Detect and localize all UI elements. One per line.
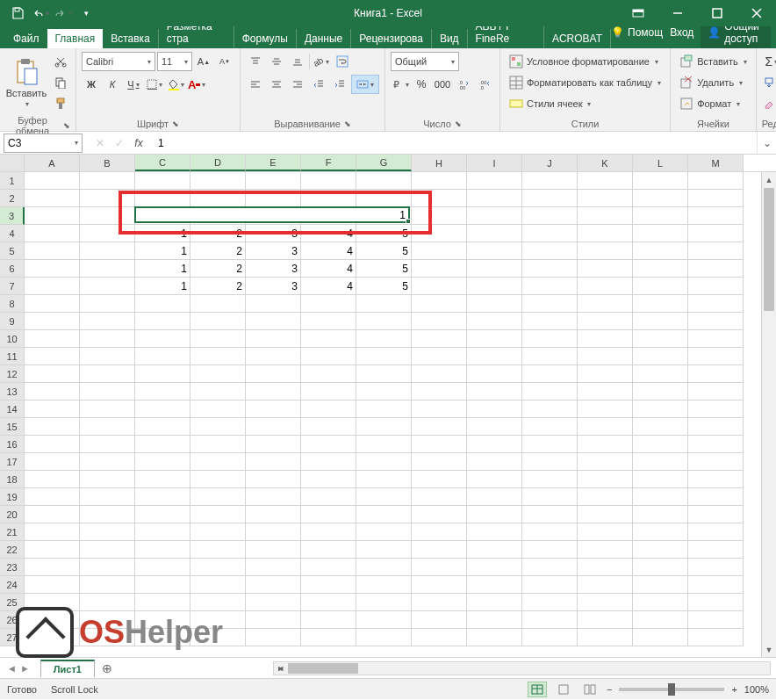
cell[interactable] — [412, 278, 467, 295]
row-header-2[interactable]: 2 — [0, 190, 25, 207]
cell[interactable] — [578, 471, 633, 488]
cell[interactable] — [633, 295, 688, 313]
cell[interactable] — [522, 365, 578, 383]
cell[interactable] — [688, 611, 744, 629]
cell[interactable] — [412, 172, 467, 190]
tell-me-search[interactable]: 💡Помощ — [611, 26, 663, 39]
cell[interactable] — [467, 436, 522, 453]
align-bottom-button[interactable] — [288, 52, 307, 71]
cell[interactable] — [190, 330, 246, 348]
increase-font-button[interactable]: A▲ — [194, 52, 213, 71]
scroll-down-button[interactable]: ▼ — [762, 642, 776, 657]
cell[interactable] — [522, 225, 578, 242]
borders-button[interactable]: ▾ — [145, 75, 164, 94]
cell-value[interactable]: 1 — [135, 242, 190, 260]
cell[interactable] — [467, 190, 522, 207]
row-header-19[interactable]: 19 — [0, 488, 25, 506]
cell[interactable] — [25, 471, 80, 488]
cell[interactable] — [301, 541, 356, 559]
underline-button[interactable]: Ч▾ — [124, 75, 143, 94]
autosum-button[interactable]: Σ▾ — [762, 52, 776, 71]
cell[interactable] — [633, 260, 688, 278]
cell[interactable] — [578, 313, 633, 330]
cell[interactable] — [135, 488, 190, 506]
cell[interactable] — [190, 295, 246, 313]
cell[interactable] — [633, 436, 688, 453]
column-header-C[interactable]: C — [135, 155, 190, 171]
cell[interactable] — [246, 488, 301, 506]
sheet-nav-next[interactable]: ► — [20, 663, 30, 674]
cell[interactable] — [301, 488, 356, 506]
row-header-6[interactable]: 6 — [0, 260, 25, 278]
cell[interactable] — [412, 559, 467, 576]
paste-button[interactable]: Вставить▾ — [5, 52, 47, 113]
cell[interactable] — [578, 541, 633, 559]
cell[interactable] — [522, 471, 578, 488]
cell[interactable] — [246, 471, 301, 488]
cell[interactable] — [578, 383, 633, 401]
cell[interactable] — [578, 401, 633, 418]
cell[interactable] — [522, 436, 578, 453]
zoom-out-button[interactable]: − — [607, 684, 612, 695]
cell[interactable] — [190, 453, 246, 471]
cell[interactable] — [135, 453, 190, 471]
cell[interactable] — [688, 488, 744, 506]
cell[interactable] — [135, 471, 190, 488]
cell[interactable] — [356, 559, 412, 576]
cell[interactable] — [522, 418, 578, 436]
cell[interactable] — [688, 190, 744, 207]
cell[interactable] — [578, 242, 633, 260]
cell[interactable] — [467, 576, 522, 594]
cell[interactable] — [356, 190, 412, 207]
cell[interactable] — [467, 207, 522, 225]
cell[interactable] — [356, 313, 412, 330]
wrap-text-button[interactable] — [333, 52, 352, 71]
cell[interactable] — [25, 207, 80, 225]
cell[interactable] — [246, 594, 301, 611]
scroll-up-button[interactable]: ▲ — [762, 172, 776, 187]
cell[interactable] — [190, 559, 246, 576]
cell[interactable] — [246, 365, 301, 383]
comma-button[interactable]: 000 — [433, 75, 452, 94]
cell[interactable] — [356, 488, 412, 506]
cell[interactable] — [246, 436, 301, 453]
cell[interactable] — [80, 418, 135, 436]
cell[interactable] — [522, 260, 578, 278]
clipboard-dialog-launcher[interactable]: ⬊ — [63, 121, 70, 130]
cell-value[interactable]: 5 — [356, 260, 412, 278]
cell[interactable] — [522, 629, 578, 646]
cell[interactable] — [578, 436, 633, 453]
cell[interactable] — [522, 348, 578, 365]
cell[interactable] — [688, 295, 744, 313]
row-header-22[interactable]: 22 — [0, 541, 25, 559]
cell[interactable] — [135, 365, 190, 383]
row-header-11[interactable]: 11 — [0, 348, 25, 365]
fill-color-button[interactable]: ▾ — [166, 75, 185, 94]
cell[interactable] — [633, 523, 688, 541]
cell[interactable] — [522, 559, 578, 576]
cell[interactable] — [467, 594, 522, 611]
cell[interactable] — [301, 295, 356, 313]
cell[interactable] — [80, 488, 135, 506]
cancel-formula-button[interactable]: ✕ — [91, 134, 109, 152]
cell[interactable] — [135, 295, 190, 313]
cell[interactable] — [135, 506, 190, 523]
clear-button[interactable]: ▾ — [762, 94, 776, 113]
cell[interactable] — [633, 348, 688, 365]
cell[interactable] — [80, 523, 135, 541]
row-header-18[interactable]: 18 — [0, 471, 25, 488]
cell[interactable] — [25, 330, 80, 348]
cell[interactable] — [25, 365, 80, 383]
cell[interactable] — [412, 260, 467, 278]
align-middle-button[interactable] — [267, 52, 286, 71]
cell[interactable] — [467, 383, 522, 401]
cell[interactable] — [190, 506, 246, 523]
cell[interactable] — [301, 611, 356, 629]
row-header-7[interactable]: 7 — [0, 278, 25, 295]
row-header-12[interactable]: 12 — [0, 365, 25, 383]
save-icon[interactable] — [7, 3, 28, 24]
cell[interactable] — [25, 559, 80, 576]
cell[interactable] — [246, 523, 301, 541]
cell[interactable] — [633, 172, 688, 190]
cell-value[interactable]: 3 — [246, 242, 301, 260]
